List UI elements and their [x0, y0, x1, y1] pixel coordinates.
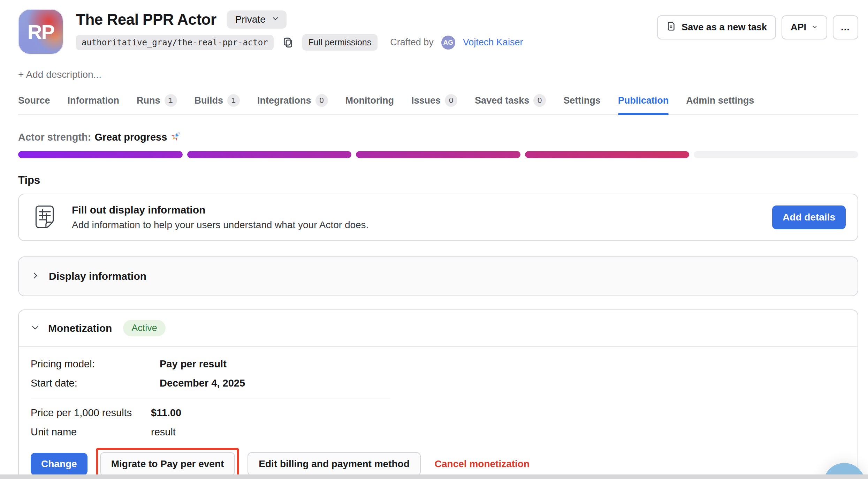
page: RP The Real PPR Actor Private authoritat… — [0, 0, 868, 479]
monetization-body: Pricing model: Pay per result Start date… — [19, 347, 858, 479]
add-details-button[interactable]: Add details — [772, 205, 846, 229]
progress-segment-filled — [356, 151, 520, 158]
unit-name-row: Unit name result — [31, 422, 846, 442]
tab-information[interactable]: Information — [68, 94, 120, 114]
monetization-section: Monetization Active Pricing model: Pay p… — [18, 309, 858, 479]
visibility-dropdown[interactable]: Private — [227, 10, 287, 29]
row-value: Pay per result — [160, 358, 227, 370]
divider — [31, 398, 390, 398]
save-as-new-task-label: Save as a new task — [682, 22, 767, 33]
change-button[interactable]: Change — [31, 453, 87, 475]
row-label: Start date: — [31, 377, 160, 389]
actor-strength-value: Great progress — [94, 132, 167, 143]
add-description-link[interactable]: + Add description... — [18, 69, 858, 80]
author-avatar: AG — [441, 36, 455, 50]
copy-icon[interactable] — [281, 36, 295, 49]
display-information-section[interactable]: Display information — [18, 256, 858, 296]
tab-issues[interactable]: Issues0 — [411, 94, 457, 114]
chevron-down-icon — [31, 323, 40, 334]
save-as-new-task-button[interactable]: Save as a new task — [657, 15, 776, 39]
tab-monitoring[interactable]: Monitoring — [345, 94, 394, 114]
api-button[interactable]: API — [782, 15, 827, 39]
progress-segment-filled — [525, 151, 690, 158]
tab-count-badge: 0 — [533, 94, 546, 107]
start-date-row: Start date: December 4, 2025 — [31, 374, 846, 393]
edit-billing-button[interactable]: Edit billing and payment method — [248, 452, 420, 476]
tab-count-badge: 1 — [165, 94, 177, 107]
tab-count-badge: 0 — [445, 94, 457, 107]
actor-strength-label: Actor strength: — [18, 132, 91, 143]
tab-count-badge: 0 — [315, 94, 328, 107]
tips-card-text: Fill out display information Add informa… — [72, 204, 368, 231]
tab-integrations[interactable]: Integrations0 — [257, 94, 328, 114]
progress-segment-filled — [18, 151, 183, 158]
visibility-label: Private — [235, 14, 266, 25]
row-value: December 4, 2025 — [160, 377, 245, 389]
more-options-button[interactable]: … — [833, 15, 858, 39]
row-value: result — [151, 426, 176, 438]
author-link[interactable]: Vojtech Kaiser — [463, 37, 523, 48]
actor-strength-progress-bar — [18, 151, 858, 158]
status-badge: Active — [123, 320, 166, 336]
tab-saved-tasks[interactable]: Saved tasks0 — [475, 94, 546, 114]
row-label: Unit name — [31, 426, 151, 438]
actor-header: RP The Real PPR Actor Private authoritat… — [18, 9, 858, 54]
form-document-icon — [31, 203, 59, 231]
tab-runs[interactable]: Runs1 — [137, 94, 177, 114]
tab-count-badge: 1 — [227, 94, 240, 107]
tab-publication[interactable]: Publication — [618, 94, 669, 114]
progress-segment-filled — [187, 151, 352, 158]
actor-path-badge: authoritative_gray/the-real-ppr-actor — [76, 35, 274, 50]
page-title: The Real PPR Actor — [76, 11, 216, 28]
permissions-badge: Full permissions — [302, 34, 378, 51]
tab-admin-settings[interactable]: Admin settings — [686, 94, 754, 114]
chevron-down-icon — [811, 22, 818, 33]
row-label: Pricing model: — [31, 358, 160, 370]
migrate-to-pay-per-event-button[interactable]: Migrate to Pay per event — [100, 452, 235, 476]
monetization-title: Monetization — [48, 322, 112, 334]
tab-builds[interactable]: Builds1 — [195, 94, 240, 114]
tips-card-description: Add information to help your users under… — [72, 219, 368, 231]
monetization-header[interactable]: Monetization Active — [19, 310, 858, 346]
crafted-by-label: Crafted by — [390, 37, 434, 48]
display-information-title: Display information — [49, 270, 146, 282]
document-icon — [666, 21, 677, 34]
api-label: API — [791, 22, 806, 33]
actor-avatar: RP — [18, 9, 63, 54]
page-bottom-edge — [0, 474, 868, 479]
chevron-right-icon — [31, 271, 40, 282]
progress-segment-empty — [694, 151, 858, 158]
tips-card-title: Fill out display information — [72, 204, 368, 216]
actor-avatar-initials: RP — [28, 20, 54, 44]
tab-bar: Source Information Runs1 Builds1 Integra… — [18, 94, 858, 115]
row-label: Price per 1,000 results — [31, 407, 151, 419]
tab-source[interactable]: Source — [18, 94, 50, 114]
pricing-model-row: Pricing model: Pay per result — [31, 354, 846, 374]
cancel-monetization-button[interactable]: Cancel monetization — [435, 458, 530, 470]
rocket-emoji — [170, 130, 182, 144]
header-actions: Save as a new task API … — [657, 15, 858, 39]
tips-heading: Tips — [18, 174, 858, 187]
chevron-down-icon — [271, 14, 280, 25]
price-per-results-row: Price per 1,000 results $11.00 — [31, 403, 846, 422]
tips-card: Fill out display information Add informa… — [18, 194, 858, 241]
row-value: $11.00 — [151, 407, 181, 419]
actor-title-block: The Real PPR Actor Private authoritative… — [76, 9, 657, 51]
actor-strength: Actor strength: Great progress — [18, 130, 858, 144]
tab-settings[interactable]: Settings — [563, 94, 601, 114]
